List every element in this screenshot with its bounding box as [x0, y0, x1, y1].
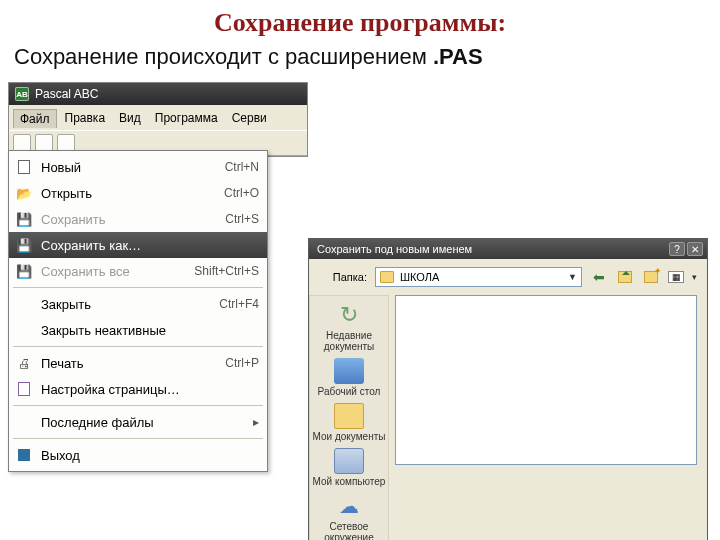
menu-open-label: Открыть [41, 186, 216, 201]
pascal-title: Pascal ABC [35, 87, 98, 101]
menu-page-setup-label: Настройка страницы… [41, 382, 259, 397]
dialog-title: Сохранить под новым именем [317, 243, 472, 255]
menu-file[interactable]: Файл [13, 109, 57, 128]
menu-separator-4 [13, 438, 263, 439]
exit-icon [15, 447, 33, 463]
menu-service[interactable]: Серви [226, 109, 273, 128]
new-file-icon [15, 159, 33, 175]
menu-exit-label: Выход [41, 448, 259, 463]
place-mydocs-label: Мои документы [313, 431, 386, 442]
menu-close-label: Закрыть [41, 297, 211, 312]
folder-combo[interactable]: ШКОЛА ▼ [375, 267, 582, 287]
place-recent[interactable]: ↻ Недавние документы [310, 302, 388, 352]
nav-new-folder-icon[interactable] [642, 268, 660, 286]
place-mycomputer-label: Мой компьютер [313, 476, 386, 487]
desktop-icon [334, 358, 364, 384]
menu-edit[interactable]: Правка [59, 109, 112, 128]
subtitle-text: Сохранение происходит с расширением [14, 44, 433, 69]
chevron-right-icon: ▸ [253, 415, 259, 429]
menubar: Файл Правка Вид Программа Серви [9, 105, 307, 130]
menu-close-shortcut: Ctrl+F4 [219, 297, 259, 311]
menu-close[interactable]: Закрыть Ctrl+F4 [9, 291, 267, 317]
nav-views-icon[interactable]: ▦ [668, 271, 684, 283]
pascal-titlebar[interactable]: AB Pascal ABC [9, 83, 307, 105]
print-icon: 🖨 [15, 355, 33, 371]
place-recent-label: Недавние документы [310, 330, 388, 352]
nav-views-chevron-icon[interactable]: ▾ [692, 272, 697, 282]
menu-page-setup[interactable]: Настройка страницы… [9, 376, 267, 402]
menu-print[interactable]: 🖨 Печать Ctrl+P [9, 350, 267, 376]
close-icon [15, 296, 33, 312]
menu-new-shortcut: Ctrl+N [225, 160, 259, 174]
recent-docs-icon: ↻ [334, 302, 364, 328]
place-network-label: Сетевое окружение [310, 521, 388, 540]
menu-saveall-label: Сохранить все [41, 264, 186, 279]
menu-save-shortcut: Ctrl+S [225, 212, 259, 226]
mycomputer-icon [334, 448, 364, 474]
menu-save-all[interactable]: 💾 Сохранить все Shift+Ctrl+S [9, 258, 267, 284]
open-folder-icon: 📂 [15, 185, 33, 201]
menu-close-inactive[interactable]: Закрыть неактивные [9, 317, 267, 343]
menu-separator-1 [13, 287, 263, 288]
file-menu-dropdown: Новый Ctrl+N 📂 Открыть Ctrl+O 💾 Сохранит… [8, 150, 268, 472]
menu-new[interactable]: Новый Ctrl+N [9, 154, 267, 180]
menu-print-shortcut: Ctrl+P [225, 356, 259, 370]
slide-subtitle: Сохранение происходит с расширением .PAS [0, 38, 720, 70]
dialog-close-icon[interactable]: ✕ [687, 242, 703, 256]
nav-back-icon[interactable]: ⬅ [590, 268, 608, 286]
nav-up-icon[interactable] [616, 268, 634, 286]
menu-open[interactable]: 📂 Открыть Ctrl+O [9, 180, 267, 206]
menu-print-label: Печать [41, 356, 217, 371]
place-desktop-label: Рабочий стол [318, 386, 381, 397]
place-network[interactable]: ☁ Сетевое окружение [310, 493, 388, 540]
dialog-help-icon[interactable]: ? [669, 242, 685, 256]
save-as-icon: 💾 [15, 237, 33, 253]
place-mycomputer[interactable]: Мой компьютер [313, 448, 386, 487]
menu-saveas-label: Сохранить как… [41, 238, 251, 253]
subtitle-ext: .PAS [433, 44, 483, 69]
menu-recent[interactable]: Последние файлы ▸ [9, 409, 267, 435]
recent-icon [15, 414, 33, 430]
menu-recent-label: Последние файлы [41, 415, 245, 430]
menu-program[interactable]: Программа [149, 109, 224, 128]
close-inactive-icon [15, 322, 33, 338]
menu-save-label: Сохранить [41, 212, 217, 227]
place-mydocs[interactable]: Мои документы [313, 403, 386, 442]
file-listing[interactable] [395, 295, 697, 465]
chevron-down-icon: ▼ [568, 272, 577, 282]
dialog-titlebar[interactable]: Сохранить под новым именем ? ✕ [309, 239, 707, 259]
mydocs-icon [334, 403, 364, 429]
folder-icon [380, 271, 394, 283]
menu-open-shortcut: Ctrl+O [224, 186, 259, 200]
pascal-window: AB Pascal ABC Файл Правка Вид Программа … [8, 82, 308, 157]
menu-separator-3 [13, 405, 263, 406]
menu-saveall-shortcut: Shift+Ctrl+S [194, 264, 259, 278]
places-bar: ↻ Недавние документы Рабочий стол Мои до… [309, 295, 389, 540]
menu-exit[interactable]: Выход [9, 442, 267, 468]
menu-new-label: Новый [41, 160, 217, 175]
menu-separator-2 [13, 346, 263, 347]
network-icon: ☁ [334, 493, 364, 519]
folder-label: Папка: [319, 271, 367, 283]
menu-close-inactive-label: Закрыть неактивные [41, 323, 259, 338]
slide-title: Сохранение программы: [0, 0, 720, 38]
place-desktop[interactable]: Рабочий стол [318, 358, 381, 397]
menu-view[interactable]: Вид [113, 109, 147, 128]
save-dialog: Сохранить под новым именем ? ✕ Папка: ШК… [308, 238, 708, 540]
page-setup-icon [15, 381, 33, 397]
save-all-icon: 💾 [15, 263, 33, 279]
menu-save[interactable]: 💾 Сохранить Ctrl+S [9, 206, 267, 232]
folder-value: ШКОЛА [400, 271, 439, 283]
pascal-app-icon: AB [15, 87, 29, 101]
dialog-folder-row: Папка: ШКОЛА ▼ ⬅ ▦ ▾ [309, 259, 707, 291]
menu-save-as[interactable]: 💾 Сохранить как… [9, 232, 267, 258]
save-icon: 💾 [15, 211, 33, 227]
